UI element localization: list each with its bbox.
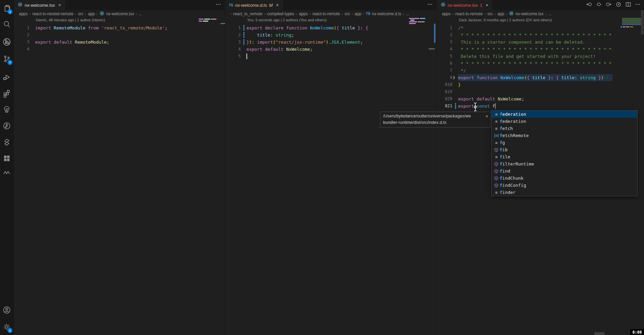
code-line-1[interactable]: 1/*	[437, 24, 644, 31]
code-line-6[interactable]: 6 * * * * * * * * * * * * * * * * * * * …	[437, 60, 644, 67]
git-blame-codelens[interactable]: Hanric, 48 minutes ago | 1 author (Hanri…	[36, 18, 105, 22]
breadcrumb-item[interactable]: apps	[299, 12, 308, 16]
suggestion-fetch[interactable]: ≡fetch	[492, 125, 637, 132]
git-blame-codelens[interactable]: You, 5 seconds ago | 2 authors (You and …	[247, 18, 327, 22]
code-line-8[interactable]: 8❯export function NxWelcome({ title }: {…	[437, 74, 644, 81]
grid-dashboard-icon[interactable]	[0, 152, 14, 164]
minimap-mark	[203, 21, 208, 22]
search-icon[interactable]	[0, 18, 14, 30]
code-line-2[interactable]: 2 title: string;	[225, 31, 436, 39]
explorer-icon[interactable]: 1	[0, 2, 14, 14]
breadcrumb-file[interactable]: nx-welcome.d.ts	[372, 12, 401, 16]
horizontal-scrollbar[interactable]	[594, 332, 604, 335]
breadcrumb-item[interactable]: compiled-types	[267, 12, 294, 16]
previous-change-icon[interactable]	[586, 2, 592, 8]
code-line-3[interactable]: 3}): import("react/jsx-runtime").JSX.Ele…	[225, 39, 436, 46]
code-line-4[interactable]: 4 * * * * * * * * * * * * * * * * * * * …	[437, 46, 644, 53]
source-control-icon[interactable]: 7	[0, 53, 14, 65]
code-line-819[interactable]: 819	[437, 88, 644, 95]
file-history-icon[interactable]	[616, 2, 621, 8]
breadcrumb-item[interactable]: app	[497, 12, 504, 16]
settings-icon[interactable]: 1	[0, 321, 14, 333]
code-line-3[interactable]: 3export default RemoteModule;	[14, 39, 224, 46]
tree-view-icon[interactable]	[0, 104, 14, 116]
code-line-818[interactable]: 818}	[437, 81, 644, 88]
breadcrumb-item[interactable]: app	[88, 12, 95, 16]
breadcrumb-file[interactable]: nx-welcome.tsx	[516, 12, 544, 16]
line-number: 4	[14, 46, 29, 53]
suggestion-fib[interactable]: fib	[492, 146, 637, 153]
breadcrumb-symbol-suffix[interactable]: ...	[139, 12, 142, 16]
close-icon[interactable]: ×	[58, 2, 61, 8]
code-line-821[interactable]: 821export const f	[437, 103, 644, 110]
suggestion-finder[interactable]: ≡finder	[492, 189, 637, 196]
suggestion-fg[interactable]: ≡fg	[492, 139, 637, 146]
tab-bar: nx-welcome.tsx1●	[437, 0, 644, 10]
breadcrumb-item[interactable]: apps	[442, 12, 451, 16]
tab-error-count: 1	[480, 3, 482, 8]
breadcrumb-item[interactable]: src	[344, 12, 350, 16]
minimap-mark	[641, 10, 644, 35]
line-number: 2	[225, 31, 241, 39]
dirty-indicator-icon[interactable]: ●	[486, 3, 488, 7]
suggestion-file[interactable]: ≡file	[492, 153, 637, 160]
account-icon[interactable]	[0, 304, 14, 316]
code-line-2[interactable]: 2	[14, 31, 224, 39]
breadcrumb-symbol-suffix[interactable]: ...	[406, 12, 409, 16]
minimap-mark	[429, 48, 435, 49]
recording-timer-badge: 0:00	[630, 329, 644, 335]
suggestion-federation[interactable]: ≡federation	[492, 118, 637, 125]
breadcrumb-item[interactable]: react-ts-nested-remote	[32, 12, 73, 16]
code-line-4[interactable]: 4	[14, 46, 224, 53]
minimap-mark	[204, 19, 210, 20]
breadcrumb-symbol-suffix[interactable]: ...	[548, 12, 551, 16]
split-editor-icon[interactable]	[625, 2, 631, 8]
suggestion-findChunk[interactable]: findChunk	[492, 175, 637, 182]
suggestion-find[interactable]: find	[492, 168, 637, 175]
line-number: 8	[437, 74, 452, 81]
suggestion-federation[interactable]: ≡federation	[492, 111, 637, 118]
gitlens-icon[interactable]	[0, 36, 14, 48]
extensions-icon[interactable]	[0, 87, 14, 99]
next-change-icon[interactable]	[606, 2, 612, 8]
code-line-820[interactable]: 820export default NxWelcome;	[437, 95, 644, 103]
code-line-1[interactable]: 1export declare function NxWelcome({ tit…	[225, 24, 436, 31]
react-file-icon	[440, 2, 446, 8]
breadcrumb-item[interactable]: app	[355, 12, 361, 16]
code-text: Delete this file and get started with yo…	[458, 53, 596, 60]
git-blame-codelens[interactable]: Zack Jackson, 9 months ago | 2 authors (…	[459, 18, 552, 22]
breadcrumb-item[interactable]: src	[487, 12, 493, 16]
open-changes-icon[interactable]	[596, 2, 602, 8]
breadcrumb-item[interactable]: react-ts-remote	[312, 12, 340, 16]
tab-nx-welcome.tsx[interactable]: nx-welcome.tsx×	[14, 0, 65, 10]
code-line-5[interactable]: 5 Delete this file and get started with …	[437, 53, 644, 60]
tab-nx-welcome.tsx[interactable]: nx-welcome.tsx1●	[437, 0, 492, 10]
breadcrumb-item[interactable]: apps	[19, 12, 28, 16]
code-line-5[interactable]: 5	[225, 53, 436, 60]
code-line-4[interactable]: 4export default NxWelcome;	[225, 46, 436, 53]
breadcrumb-separator: ›	[506, 12, 507, 16]
code-line-2[interactable]: 2 * * * * * * * * * * * * * * * * * * * …	[437, 31, 644, 39]
breadcrumb-item[interactable]: react_ts_remote	[233, 12, 263, 16]
code-line-3[interactable]: 3 This is a starter component and can be…	[437, 39, 644, 46]
suggestion-findConfig[interactable]: findConfig	[492, 182, 637, 189]
code-line-7[interactable]: 7 */	[437, 67, 644, 74]
breadcrumb-item[interactable]: src	[78, 12, 84, 16]
suggestion-filterRuntime[interactable]: filterRuntime	[492, 160, 637, 168]
breadcrumb-file[interactable]: nx-welcome.tsx	[106, 12, 134, 16]
more-actions-icon[interactable]	[635, 2, 641, 8]
commit-graph-icon[interactable]	[0, 120, 14, 132]
more-actions-icon[interactable]	[427, 2, 433, 8]
close-icon[interactable]: ×	[276, 2, 279, 8]
more-actions-icon[interactable]	[216, 2, 221, 8]
waveform-tool-icon[interactable]	[0, 166, 14, 179]
code-line-1[interactable]: 1import RemoteModule from 'react_ts_remo…	[14, 24, 224, 31]
fold-chevron-icon[interactable]: ❯	[453, 74, 455, 81]
breadcrumb-item[interactable]: react-ts-remote	[455, 12, 483, 16]
close-icon[interactable]: ×	[485, 113, 488, 119]
line-number: 4	[437, 46, 452, 53]
run-and-debug-icon[interactable]	[0, 71, 14, 83]
suggestion-fetchRemote[interactable]: [⊘]fetchRemote	[492, 132, 637, 139]
ribbon-tool-icon[interactable]	[0, 136, 14, 148]
tab-nx-welcome.d.ts[interactable]: TSnx-welcome.d.tsM×	[225, 0, 283, 10]
